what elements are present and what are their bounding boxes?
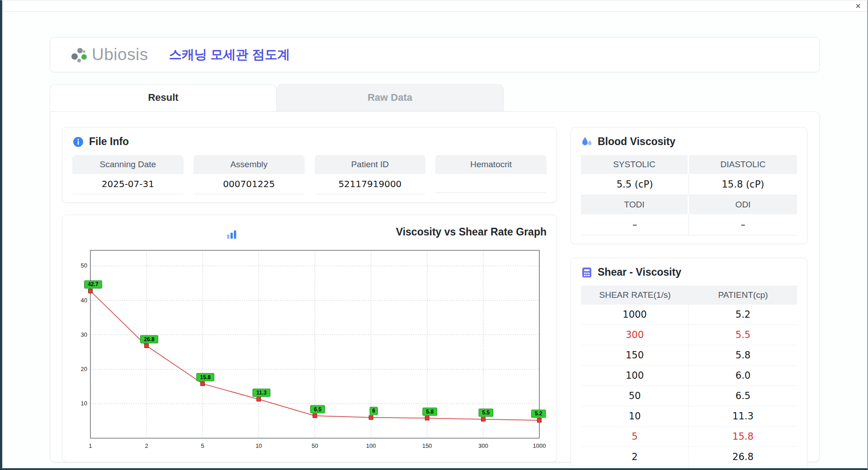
svg-text:100: 100: [366, 442, 376, 449]
table-header-row: SHEAR RATE(1/s) PATIENT(cp): [581, 286, 797, 305]
bv-value-todi: –: [581, 214, 689, 235]
bv-label-diastolic: DIASTOLIC: [689, 155, 797, 174]
left-column: File Info Scanning Date 2025-07-31 Assem…: [62, 127, 557, 450]
shear-cell: 2: [581, 447, 689, 467]
svg-text:10: 10: [255, 442, 262, 449]
app-logo: Ubiosis: [69, 45, 148, 64]
graph-title: Viscosity vs Shear Rate Graph: [396, 226, 547, 238]
shear-cell: 1000: [581, 305, 689, 324]
titlebar: ×: [2, 0, 867, 12]
tab-bar: Result Raw Data: [50, 84, 820, 111]
table-row: 5 15.8: [581, 427, 797, 447]
field-scanning-date: Scanning Date 2025-07-31: [72, 155, 184, 194]
table-row: 150 5.8: [581, 345, 797, 366]
bv-label-odi: ODI: [689, 195, 797, 214]
file-info-header: File Info: [72, 136, 547, 148]
svg-text:10: 10: [81, 400, 87, 407]
col-shear-rate: SHEAR RATE(1/s): [581, 286, 689, 305]
field-assembly: Assembly 000701225: [193, 155, 305, 194]
result-panel: File Info Scanning Date 2025-07-31 Assem…: [50, 111, 820, 462]
patient-cell: 5.2: [689, 305, 797, 324]
bv-value-diastolic: 15.8 (cP): [689, 174, 797, 195]
shear-cell: 100: [581, 366, 689, 385]
svg-text:300: 300: [478, 442, 488, 449]
table-row: 10 11.3: [581, 406, 797, 427]
svg-text:11.3: 11.3: [256, 390, 267, 396]
svg-text:2: 2: [145, 442, 148, 449]
field-value: 2025-07-31: [72, 174, 184, 194]
right-column: Blood Viscosity SYSTOLIC DIASTOLIC 5.5 (…: [571, 127, 807, 450]
blood-viscosity-header: Blood Viscosity: [581, 136, 797, 148]
table-row: 1 42.7: [581, 467, 797, 470]
svg-text:5: 5: [201, 442, 204, 449]
shear-viscosity-title: Shear - Viscosity: [598, 266, 681, 278]
field-value: [435, 174, 547, 193]
shear-viscosity-card: Shear - Viscosity SHEAR RATE(1/s) PATIEN…: [571, 258, 807, 470]
svg-text:30: 30: [81, 331, 87, 338]
table-row: 300 5.5: [581, 325, 797, 345]
bar-chart-icon: [72, 229, 391, 240]
svg-text:5.5: 5.5: [482, 409, 490, 416]
logo-text: Ubiosis: [92, 45, 148, 64]
field-label: Patient ID: [315, 155, 426, 174]
ubiosis-logo-icon: [69, 45, 88, 64]
svg-text:50: 50: [311, 442, 318, 449]
patient-cell: 26.8: [689, 447, 797, 467]
shear-viscosity-header: Shear - Viscosity: [581, 266, 797, 278]
svg-text:1000: 1000: [533, 442, 546, 449]
svg-text:6.5: 6.5: [314, 406, 321, 413]
field-label: Scanning Date: [72, 155, 184, 174]
table-row: 50 6.5: [581, 386, 797, 406]
field-label: Assembly: [193, 155, 305, 174]
svg-text:26.8: 26.8: [144, 336, 155, 343]
field-patient-id: Patient ID 52117919000: [315, 155, 426, 194]
shear-viscosity-table: SHEAR RATE(1/s) PATIENT(cp) 1000 5.2 300…: [581, 286, 797, 470]
shear-cell: 5: [581, 427, 689, 446]
shear-cell: 50: [581, 386, 689, 406]
file-info-card: File Info Scanning Date 2025-07-31 Assem…: [62, 127, 557, 203]
bv-value-systolic: 5.5 (cP): [581, 174, 689, 195]
field-value: 52117919000: [315, 174, 426, 194]
patient-cell: 42.7: [689, 467, 797, 470]
col-patient: PATIENT(cp): [689, 286, 797, 305]
svg-text:5.2: 5.2: [535, 410, 542, 417]
table-row: 2 26.8: [581, 447, 797, 467]
patient-cell: 5.8: [689, 345, 797, 365]
svg-text:40: 40: [81, 297, 87, 304]
blood-viscosity-grid: SYSTOLIC DIASTOLIC 5.5 (cP) 15.8 (cP) TO…: [581, 155, 797, 235]
shear-cell: 1: [581, 467, 689, 470]
svg-text:150: 150: [422, 442, 432, 449]
svg-text:5.8: 5.8: [426, 409, 434, 415]
table-row: 100 6.0: [581, 366, 797, 386]
bv-value-odi: –: [689, 214, 797, 235]
field-label: Hematocrit: [435, 155, 547, 174]
file-info-fields: Scanning Date 2025-07-31 Assembly 000701…: [72, 155, 547, 194]
shear-cell: 10: [581, 406, 689, 426]
tab-raw-data[interactable]: Raw Data: [277, 84, 504, 111]
shear-cell: 300: [581, 325, 689, 345]
bv-label-systolic: SYSTOLIC: [581, 155, 689, 174]
patient-cell: 6.0: [689, 366, 797, 385]
svg-text:20: 20: [81, 366, 87, 372]
field-hematocrit: Hematocrit: [435, 155, 547, 194]
patient-cell: 5.5: [689, 325, 797, 345]
file-info-title: File Info: [89, 136, 129, 148]
table-row: 1000 5.2: [581, 305, 797, 325]
close-icon[interactable]: ×: [855, 1, 861, 10]
calculator-icon: [581, 267, 593, 278]
bv-label-todi: TODI: [581, 195, 689, 214]
header-card: Ubiosis 스캐닝 모세관 점도계: [50, 37, 820, 72]
svg-text:50: 50: [81, 262, 87, 269]
graph-card: Viscosity vs Shear Rate Graph 1020304050…: [62, 215, 557, 462]
patient-cell: 11.3: [689, 406, 797, 426]
svg-text:15.8: 15.8: [200, 374, 211, 381]
info-icon: [72, 136, 84, 148]
tab-result[interactable]: Result: [50, 84, 277, 111]
patient-cell: 6.5: [689, 386, 797, 406]
svg-text:1: 1: [89, 442, 92, 449]
svg-text:42.7: 42.7: [88, 281, 99, 287]
viscosity-shear-chart: 102030405042.726.815.811.36.565.85.55.21…: [72, 246, 547, 454]
blood-viscosity-card: Blood Viscosity SYSTOLIC DIASTOLIC 5.5 (…: [571, 127, 807, 244]
patient-cell: 15.8: [689, 427, 797, 446]
shear-cell: 150: [581, 345, 689, 365]
